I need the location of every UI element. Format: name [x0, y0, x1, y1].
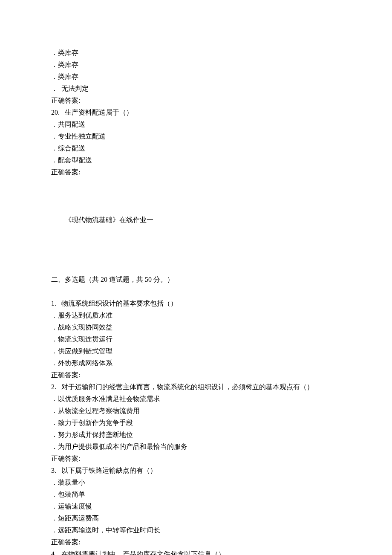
document-page: ．类库存．类库存．类库存． 无法判定正确答案:20. 生产资料配送属于（）．共同… — [0, 0, 392, 555]
text-line: ．短距离运费高 — [51, 512, 341, 524]
text-line — [51, 262, 341, 274]
text-line — [51, 178, 341, 190]
text-line: 2. 对于运输部门的经营主体而言，物流系统化的组织设计，必须树立的基本观点有（） — [51, 381, 341, 393]
text-line: ．从物流全过程考察物流费用 — [51, 405, 341, 417]
text-line — [51, 190, 341, 202]
text-line: ．类库存 — [51, 71, 341, 83]
text-line: ．包装简单 — [51, 489, 341, 500]
text-line: ．综合配送 — [51, 142, 341, 154]
text-line: 正确答案: — [51, 369, 341, 381]
text-line — [51, 202, 341, 214]
text-line: ．战略实现协同效益 — [51, 321, 341, 333]
text-line: ．装载量小 — [51, 477, 341, 489]
text-line: 20. 生产资料配送属于（） — [51, 107, 341, 119]
text-line: 1. 物流系统组织设计的基本要求包括（） — [51, 298, 341, 309]
text-line: ．类库存 — [51, 59, 341, 71]
text-line: 正确答案: — [51, 95, 341, 107]
text-line: ．服务达到优质水准 — [51, 309, 341, 321]
text-line: ．类库存 — [51, 47, 341, 59]
text-line: 正确答案: — [51, 453, 341, 465]
text-line: ．配套型配送 — [51, 154, 341, 166]
text-line: 二、多选题（共 20 道试题，共 50 分。） — [51, 274, 341, 286]
text-line: ． 无法判定 — [51, 83, 341, 95]
text-line — [51, 286, 341, 298]
text-line: ．专业性独立配送 — [51, 130, 341, 142]
text-line: ．外协形成网络体系 — [51, 357, 341, 369]
text-line: ．为用户提供最低成本的产品和最恰当的服务 — [51, 441, 341, 453]
text-line — [51, 226, 341, 238]
text-line: ．物流实现连贯运行 — [51, 333, 341, 345]
text-line — [51, 250, 341, 262]
text-line: 3. 以下属于铁路运输缺点的有（） — [51, 465, 341, 477]
text-line: ．供应做到链式管理 — [51, 345, 341, 357]
text-line: 4. 在物料需要计划中，产品的库存文件包含以下信息（） — [51, 548, 341, 555]
text-line: ．以优质服务水准满足社会物流需求 — [51, 393, 341, 405]
text-line: ．致力于创新作为竞争手段 — [51, 417, 341, 429]
text-line: ．共同配送 — [51, 119, 341, 130]
text-line: 正确答案: — [51, 536, 341, 548]
text-line: ．努力形成并保持垄断地位 — [51, 429, 341, 441]
text-line: ．运输速度慢 — [51, 500, 341, 512]
text-line: 正确答案: — [51, 166, 341, 178]
text-line: ．远距离输送时，中转等作业时间长 — [51, 524, 341, 536]
text-line: 《现代物流基础》在线作业一 — [51, 214, 341, 226]
text-line — [51, 238, 341, 250]
